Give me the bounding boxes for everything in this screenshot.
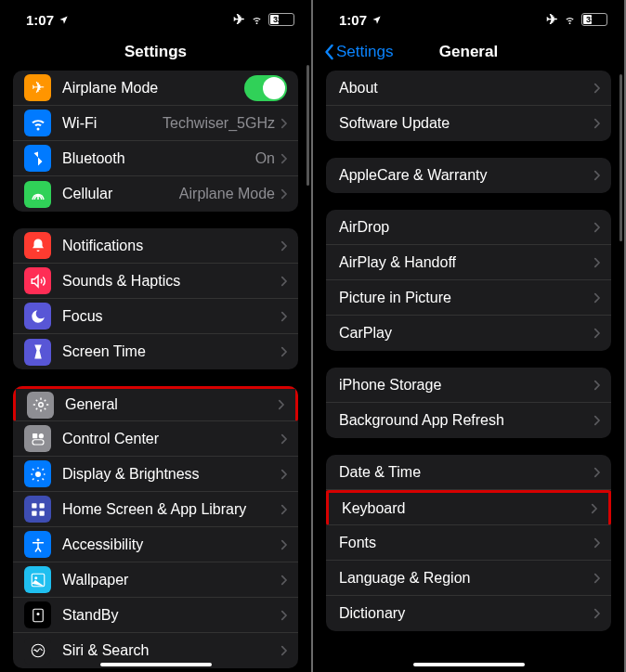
battery-icon: 33 (581, 13, 607, 26)
siri-icon (24, 638, 51, 665)
chevron-right-icon (593, 537, 600, 549)
sounds-icon (24, 267, 51, 294)
settings-row-general[interactable]: General (13, 386, 298, 421)
settings-row-wifi[interactable]: Wi-FiTechwiser_5GHz (13, 106, 298, 141)
chevron-right-icon (593, 415, 600, 426)
chevron-right-icon (280, 610, 287, 621)
airplane-icon: ✈︎ (546, 11, 558, 28)
chevron-right-icon (280, 645, 287, 656)
screentime-icon (24, 339, 51, 366)
row-label: Control Center (62, 431, 280, 447)
chevron-right-icon (280, 188, 287, 200)
settings-row-focus[interactable]: Focus (13, 299, 298, 334)
svg-point-4 (35, 472, 41, 477)
nav-header: Settings General (313, 33, 624, 71)
svg-rect-3 (33, 439, 44, 444)
svg-rect-8 (39, 510, 44, 515)
row-label: Sounds & Haptics (62, 273, 280, 290)
chevron-right-icon (280, 539, 287, 550)
row-label: Fonts (339, 535, 593, 551)
settings-row-accessibility[interactable]: Accessibility (13, 527, 298, 562)
scrollbar[interactable] (306, 65, 309, 186)
general-row-about[interactable]: About (326, 71, 611, 106)
home-icon (24, 496, 51, 523)
svg-rect-6 (39, 503, 44, 508)
focus-icon (24, 303, 51, 330)
chevron-right-icon (593, 257, 600, 268)
row-label: About (339, 80, 593, 97)
nav-header: Settings (0, 33, 311, 71)
general-row-language[interactable]: Language & Region (326, 561, 611, 596)
left-screenshot-settings: 1:07 ✈︎ 32 Settings ✈︎Airplane ModeWi-Fi… (0, 0, 311, 672)
page-title: Settings (0, 43, 311, 61)
row-label: AirDrop (339, 219, 593, 236)
chevron-right-icon (280, 575, 287, 586)
chevron-right-icon (280, 346, 287, 357)
row-label: Wi-Fi (62, 115, 163, 132)
general-row-keyboard[interactable]: Keyboard (326, 490, 611, 525)
general-row-dictionary[interactable]: Dictionary (326, 596, 611, 631)
general-row-update[interactable]: Software Update (326, 106, 611, 141)
svg-point-9 (36, 538, 39, 541)
settings-row-cellular[interactable]: CellularAirplane Mode (13, 176, 298, 212)
scrollbar[interactable] (619, 74, 622, 241)
settings-row-notifications[interactable]: Notifications (13, 228, 298, 264)
settings-row-sounds[interactable]: Sounds & Haptics (13, 264, 298, 299)
row-label: Bluetooth (62, 150, 255, 167)
chevron-right-icon (593, 467, 600, 478)
general-row-pip[interactable]: Picture in Picture (326, 280, 611, 316)
chevron-right-icon (593, 222, 600, 233)
back-button[interactable]: Settings (324, 43, 393, 61)
general-row-airdrop[interactable]: AirDrop (326, 210, 611, 245)
settings-row-airplane[interactable]: ✈︎Airplane Mode (13, 71, 298, 106)
row-label: AirPlay & Handoff (339, 254, 593, 271)
wifi-icon (24, 110, 51, 136)
right-screenshot-general: 1:07 ✈︎ 33 Settings General AboutSoftwar… (313, 0, 624, 672)
general-row-bgrefresh[interactable]: Background App Refresh (326, 403, 611, 438)
status-time: 1:07 (339, 12, 367, 28)
standby-icon (24, 601, 51, 628)
chevron-right-icon (593, 380, 600, 391)
svg-point-13 (36, 613, 39, 615)
display-icon (24, 460, 51, 487)
chevron-right-icon (593, 573, 600, 584)
general-row-fonts[interactable]: Fonts (326, 525, 611, 561)
chevron-right-icon (593, 83, 600, 94)
settings-row-wallpaper[interactable]: Wallpaper (13, 562, 298, 598)
chevron-right-icon (280, 118, 287, 129)
svg-rect-7 (32, 510, 36, 515)
home-indicator (100, 663, 212, 666)
row-label: Language & Region (339, 570, 593, 587)
chevron-left-icon (324, 44, 334, 60)
settings-row-control[interactable]: Control Center (13, 421, 298, 457)
row-label: iPhone Storage (339, 377, 593, 394)
row-value: Airplane Mode (179, 186, 275, 202)
control-icon (24, 425, 51, 452)
chevron-right-icon (593, 118, 600, 129)
general-row-datetime[interactable]: Date & Time (326, 455, 611, 490)
location-icon (372, 15, 382, 25)
general-row-carplay[interactable]: CarPlay (326, 316, 611, 351)
row-label: Picture in Picture (339, 290, 593, 306)
battery-icon: 32 (268, 13, 294, 26)
row-label: Date & Time (339, 464, 593, 481)
general-row-applecare[interactable]: AppleCare & Warranty (326, 158, 611, 193)
row-value: Techwiser_5GHz (163, 115, 275, 132)
general-row-airplay[interactable]: AirPlay & Handoff (326, 245, 611, 280)
cellular-icon (24, 181, 51, 208)
toggle-switch[interactable] (244, 75, 287, 101)
row-label: Wallpaper (62, 572, 280, 588)
settings-row-standby[interactable]: StandBy (13, 598, 298, 633)
airplane-icon: ✈︎ (233, 11, 245, 28)
svg-point-0 (38, 403, 43, 407)
accessibility-icon (24, 531, 51, 558)
settings-row-screentime[interactable]: Screen Time (13, 334, 298, 369)
row-label: Software Update (339, 115, 593, 132)
general-row-storage[interactable]: iPhone Storage (326, 368, 611, 403)
settings-row-display[interactable]: Display & Brightness (13, 457, 298, 492)
settings-row-home[interactable]: Home Screen & App Library (13, 492, 298, 527)
chevron-right-icon (280, 240, 287, 252)
settings-row-bluetooth[interactable]: BluetoothOn (13, 141, 298, 176)
location-icon (59, 15, 69, 25)
chevron-right-icon (278, 399, 284, 410)
